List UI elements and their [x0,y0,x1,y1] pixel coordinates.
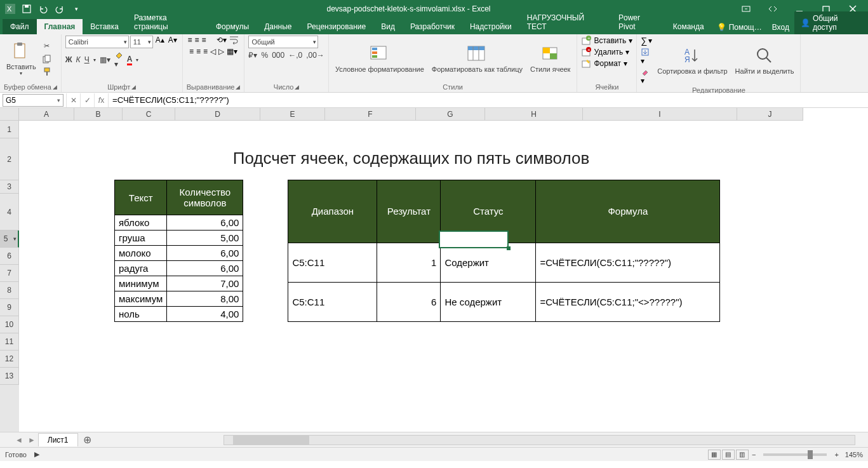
tab-developer[interactable]: Разработчик [403,19,462,34]
horizontal-scrollbar[interactable] [224,435,855,445]
format-cells-button[interactable]: Формат ▾ [581,58,627,69]
signin-link[interactable]: Вход [767,20,794,34]
cell[interactable]: 6 [377,282,441,321]
row-header[interactable]: 7 [0,265,19,282]
cell[interactable]: =СЧЁТЕСЛИ(C5:C11;"?????") [536,243,720,282]
orientation-icon[interactable]: ⟲▾ [217,36,227,44]
cell[interactable]: минимум [115,276,167,291]
align-bottom-icon[interactable]: ≡ [202,36,206,44]
table-row[interactable]: яблоко6,00 [115,215,243,231]
bold-button[interactable]: Ж [65,55,72,64]
table-row[interactable]: молоко6,00 [115,246,243,261]
cell[interactable]: =СЧЁТЕСЛИ(C5:C11;"<>?????") [536,282,720,321]
align-right-icon[interactable]: ≡ [203,47,208,56]
save-icon[interactable] [19,1,34,17]
column-headers[interactable]: ABCDEFGHIJ [19,108,803,121]
cell[interactable]: 4,00 [167,307,243,322]
sheet-nav-prev-icon[interactable]: ◄ [13,436,25,445]
ribbon-options-icon[interactable] [733,1,759,17]
cell[interactable]: C5:C11 [288,282,377,321]
underline-button[interactable]: Ч [84,55,90,64]
wrap-text-icon[interactable] [229,36,239,44]
borders-icon[interactable]: ▦▾ [100,55,110,64]
tab-layout[interactable]: Разметка страницы [126,10,208,34]
font-name-select[interactable]: Calibri [65,36,129,48]
fill-color-icon[interactable]: ▾ [114,51,123,69]
decrease-font-icon[interactable]: A▾ [167,36,178,48]
dialog-launcher-icon[interactable]: ◢ [53,84,57,90]
cell[interactable]: груша [115,231,167,246]
redo-icon[interactable] [52,1,67,17]
increase-decimal-icon[interactable]: ←,0 [288,51,302,60]
italic-button[interactable]: К [76,55,81,64]
table-row[interactable]: C5:C116Не содержит=СЧЁТЕСЛИ(C5:C11;"<>??… [288,282,720,321]
sheet-nav-next-icon[interactable]: ► [25,436,38,445]
full-screen-icon[interactable] [760,1,785,17]
number-format-select[interactable]: Общий [248,36,318,48]
fx-icon[interactable]: fx [94,93,108,107]
row-header[interactable]: 13 [0,368,19,385]
table-row[interactable]: минимум7,00 [115,276,243,291]
conditional-format-button[interactable]: Условное форматирование [333,38,427,80]
cell[interactable]: Содержит [441,243,536,282]
align-center-icon[interactable]: ≡ [196,47,201,56]
font-size-select[interactable]: 11 [130,36,153,48]
macro-record-icon[interactable]: ▶ [34,450,39,458]
sort-filter-button[interactable]: AЯСортировка и фильтр [655,39,730,81]
cell[interactable]: C5:C11 [288,243,377,282]
percent-icon[interactable]: % [261,51,268,60]
delete-cells-button[interactable]: ×Удалить ▾ [581,47,629,57]
insert-cells-button[interactable]: +Вставить ▾ [581,36,632,46]
cell[interactable]: ноль [115,307,167,322]
zoom-level[interactable]: 145% [845,451,863,458]
row-header[interactable]: 4 [0,194,19,231]
cell[interactable]: 6,00 [167,215,243,231]
accept-formula-icon[interactable]: ✓ [80,93,94,107]
select-all-corner[interactable] [0,108,19,121]
column-header[interactable]: D [175,108,260,121]
column-header[interactable]: I [583,108,737,121]
fill-handle[interactable] [507,246,511,250]
cell[interactable]: 8,00 [167,291,243,307]
zoom-out-icon[interactable]: − [749,451,758,458]
row-header[interactable]: 2 [0,138,19,180]
merge-icon[interactable]: ▦▾ [227,47,237,56]
table-row[interactable]: радуга6,00 [115,261,243,276]
qat-customize-icon[interactable]: ▾ [69,1,84,17]
tab-formulas[interactable]: Формулы [208,19,257,34]
cut-icon[interactable]: ✂ [41,41,53,52]
tell-me[interactable]: 💡Помощ… [712,20,767,34]
dialog-launcher-icon[interactable]: ◢ [236,84,240,90]
format-table-button[interactable]: Форматировать как таблицу [429,38,525,80]
column-header[interactable]: B [74,108,123,121]
cell[interactable]: 6,00 [167,246,243,261]
column-header[interactable]: A [19,108,74,121]
zoom-in-icon[interactable]: + [832,451,841,458]
tab-view[interactable]: Вид [373,19,403,34]
share-button[interactable]: 👤Общий доступ [794,11,868,34]
row-headers[interactable]: 12345678910111213 [0,121,19,432]
tab-review[interactable]: Рецензирование [300,19,374,34]
cell[interactable]: радуга [115,261,167,276]
tab-insert[interactable]: Вставка [83,19,126,34]
cells-canvas[interactable]: Подсчет ячеек, содержащих по пять символ… [19,121,803,432]
add-sheet-icon[interactable]: ⊕ [78,434,97,446]
increase-indent-icon[interactable]: ▷ [218,47,224,56]
cell[interactable]: молоко [115,246,167,261]
currency-icon[interactable]: ₽▾ [248,51,257,60]
row-header[interactable]: 9 [0,299,19,316]
cell[interactable]: 5,00 [167,231,243,246]
paste-button[interactable]: Вставить▾ [4,38,39,80]
table-row[interactable]: максимум8,00 [115,291,243,307]
column-header[interactable]: J [737,108,803,121]
font-color-icon[interactable]: А [127,55,133,65]
copy-icon[interactable] [41,53,53,65]
cell[interactable]: 1 [377,243,441,282]
tab-addins[interactable]: Надстройки [462,19,519,34]
row-header[interactable]: 8 [0,282,19,299]
tab-loadtest[interactable]: НАГРУЗОЧНЫЙ ТЕСТ [519,10,611,34]
name-box[interactable]: G5▾ [3,94,63,107]
formula-input[interactable] [108,93,868,107]
cancel-formula-icon[interactable]: ✕ [66,93,80,107]
row-header[interactable]: 11 [0,333,19,351]
